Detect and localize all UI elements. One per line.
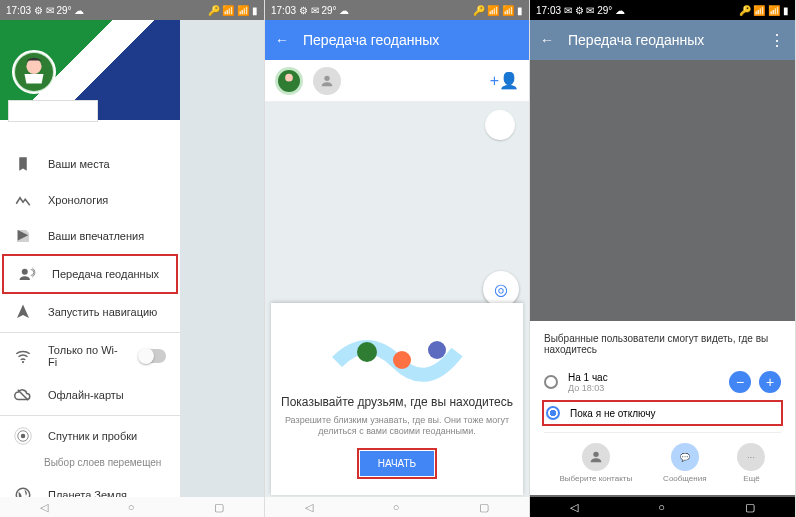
status-bar: 17:03 ⚙ ✉ 29° ☁ 🔑 📶 📶 ▮ xyxy=(265,0,529,20)
card-text: Разрешите близким узнавать, где вы. Они … xyxy=(281,415,513,438)
avatar[interactable] xyxy=(12,50,56,94)
contact-me[interactable] xyxy=(275,67,303,95)
svg-point-10 xyxy=(324,75,329,80)
contact-placeholder[interactable] xyxy=(313,67,341,95)
option-1hour[interactable]: На 1 часДо 18:03 − + xyxy=(544,365,781,399)
android-navbar: ◁○▢ xyxy=(0,497,264,517)
share-contacts[interactable]: Выберите контакты xyxy=(559,443,632,483)
status-bar: 17:03 ✉ ⚙ ✉ 29° ☁ 🔑 📶 📶 ▮ xyxy=(530,0,795,20)
android-navbar: ◁○▢ xyxy=(265,497,529,517)
card-illustration xyxy=(281,317,513,387)
back-icon[interactable]: ← xyxy=(275,32,289,48)
menu-timeline[interactable]: Хронология xyxy=(0,182,180,218)
back-icon[interactable]: ← xyxy=(540,32,554,48)
map-background xyxy=(179,20,264,497)
radio-off-icon xyxy=(544,375,558,389)
menu-wifi-only[interactable]: Только по Wi-Fi xyxy=(0,335,180,377)
svg-point-11 xyxy=(357,342,377,362)
menu-satellite-sub: Выбор слоев перемещен xyxy=(0,448,180,477)
svg-point-12 xyxy=(393,351,411,369)
menu-start-navigation[interactable]: Запустить навигацию xyxy=(0,294,180,330)
status-bar: 17:03 ⚙ ✉ 29° ☁ 🔑 📶 📶 ▮ xyxy=(0,0,264,20)
overflow-icon[interactable]: ⋮ xyxy=(769,31,785,50)
menu-offline-maps[interactable]: Офлайн-карты xyxy=(0,377,180,413)
svg-point-2 xyxy=(22,269,28,275)
menu-your-places[interactable]: Ваши места xyxy=(0,146,180,182)
radio-on-icon xyxy=(546,406,560,420)
plus-button[interactable]: + xyxy=(759,371,781,393)
minus-button[interactable]: − xyxy=(729,371,751,393)
menu-contributions[interactable]: Ваши впечатления xyxy=(0,218,180,254)
share-messages[interactable]: 💬Сообщения xyxy=(663,443,706,483)
svg-point-14 xyxy=(593,452,598,457)
drawer-header xyxy=(0,20,180,120)
svg-point-9 xyxy=(285,73,293,81)
contacts-bar: +👤 xyxy=(265,60,529,102)
compass-icon[interactable] xyxy=(485,110,515,140)
screen-share-intro: 17:03 ⚙ ✉ 29° ☁ 🔑 📶 📶 ▮ ← Передача геода… xyxy=(265,0,530,517)
screen-share-options: 17:03 ✉ ⚙ ✉ 29° ☁ 🔑 📶 📶 ▮ ← Передача гео… xyxy=(530,0,796,517)
svg-point-4 xyxy=(21,434,26,439)
app-bar: ← Передача геоданных xyxy=(265,20,529,60)
app-bar-title: Передача геоданных xyxy=(568,32,704,48)
option-until-off[interactable]: Пока я не отключу xyxy=(542,400,783,426)
card-title: Показывайте друзьям, где вы находитесь xyxy=(281,395,513,409)
share-more[interactable]: ⋯Ещё xyxy=(737,443,765,483)
app-bar-title: Передача геоданных xyxy=(303,32,439,48)
wifi-toggle[interactable] xyxy=(139,349,166,363)
svg-point-3 xyxy=(22,361,24,363)
app-bar: ← Передача геоданных ⋮ xyxy=(530,20,795,60)
svg-point-13 xyxy=(428,341,446,359)
account-box[interactable] xyxy=(8,100,98,122)
start-button[interactable]: НАЧАТЬ xyxy=(360,451,434,476)
svg-point-1 xyxy=(26,59,41,74)
add-person-icon[interactable]: +👤 xyxy=(490,71,519,90)
screen-drawer: 17:03 ⚙ ✉ 29° ☁ 🔑 📶 📶 ▮ Ваши места Хроно… xyxy=(0,0,265,517)
my-location-button[interactable]: ◎ xyxy=(483,271,519,307)
intro-card: Показывайте друзьям, где вы находитесь Р… xyxy=(271,303,523,495)
menu-location-sharing[interactable]: Передача геоданных xyxy=(2,254,178,294)
sheet-title: Выбранные пользователи смогут видеть, гд… xyxy=(544,333,781,355)
android-navbar: ◁○▢ xyxy=(530,497,795,517)
bottom-sheet: Выбранные пользователи смогут видеть, гд… xyxy=(530,321,795,495)
